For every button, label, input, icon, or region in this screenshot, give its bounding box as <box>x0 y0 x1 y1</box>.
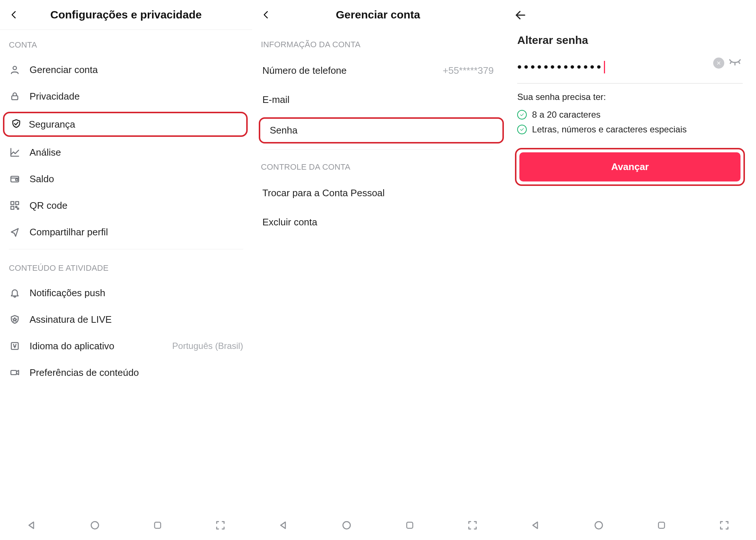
row-value: Português (Brasil) <box>172 341 243 351</box>
row-compartilhar[interactable]: Compartilhar perfil <box>0 219 252 245</box>
chart-icon <box>9 146 21 158</box>
header: Configurações e privacidade <box>0 0 252 30</box>
row-notificacoes[interactable]: Notificações push <box>0 280 252 306</box>
page-title: Configurações e privacidade <box>21 8 231 21</box>
row-label: Compartilhar perfil <box>30 226 243 238</box>
row-analise[interactable]: Análise <box>0 139 252 166</box>
svg-rect-25 <box>659 522 664 528</box>
svg-rect-5 <box>16 202 18 205</box>
wallet-icon <box>9 173 21 185</box>
pane-settings: Configurações e privacidade CONTA Gerenc… <box>0 0 252 540</box>
clear-input-icon[interactable] <box>713 58 724 69</box>
share-icon <box>9 226 21 238</box>
section-header-controle: CONTROLE DA CONTA <box>252 152 504 179</box>
row-label: Análise <box>30 147 243 158</box>
row-privacidade[interactable]: Privacidade <box>0 83 252 110</box>
android-nav-bar <box>504 512 756 540</box>
row-label: Assinatura de LIVE <box>30 314 243 325</box>
row-qrcode[interactable]: QR code <box>0 192 252 219</box>
back-arrow-icon[interactable] <box>504 0 756 23</box>
pane-manage-account: Gerenciar conta INFORMAÇÃO DA CONTA Núme… <box>252 0 504 540</box>
qr-icon <box>9 200 21 211</box>
password-masked-value: ••••••••••••• <box>517 60 603 74</box>
check-circle-icon <box>517 125 527 134</box>
nav-back-icon[interactable] <box>530 520 541 532</box>
svg-rect-4 <box>11 202 14 205</box>
row-gerenciar-conta[interactable]: Gerenciar conta <box>0 56 252 83</box>
row-value: +55*****379 <box>443 65 494 76</box>
svg-marker-14 <box>281 522 286 529</box>
requirement-text: Letras, números e caracteres especiais <box>532 124 687 135</box>
nav-recent-icon[interactable] <box>152 520 163 532</box>
nav-recent-icon[interactable] <box>656 520 667 532</box>
svg-point-0 <box>13 66 16 70</box>
divider <box>9 249 243 249</box>
row-label: QR code <box>30 200 243 211</box>
highlight-seguranca: Segurança <box>3 112 248 137</box>
svg-line-22 <box>739 62 740 63</box>
row-label: Preferências de conteúdo <box>30 367 243 378</box>
row-assinatura-live[interactable]: Assinatura de LIVE <box>0 306 252 333</box>
highlight-avancar: Avançar <box>515 148 745 186</box>
language-icon <box>9 340 21 352</box>
svg-rect-13 <box>155 522 161 528</box>
badge-shield-icon <box>9 314 21 325</box>
row-label: Excluir conta <box>262 217 494 228</box>
row-excluir-conta[interactable]: Excluir conta <box>252 208 504 237</box>
row-trocar-conta[interactable]: Trocar para a Conta Pessoal <box>252 179 504 208</box>
nav-back-icon[interactable] <box>26 520 37 532</box>
svg-rect-16 <box>406 522 412 528</box>
svg-rect-10 <box>11 370 17 375</box>
row-telefone[interactable]: Número de telefone +55*****379 <box>252 56 504 85</box>
video-icon <box>9 367 21 378</box>
row-idioma[interactable]: Idioma do aplicativo Português (Brasil) <box>0 333 252 359</box>
person-icon <box>9 64 21 76</box>
pane-change-password: Alterar senha ••••••••••••• Sua senha pr… <box>504 0 756 540</box>
back-chevron-icon[interactable] <box>259 7 274 22</box>
requirement-text: 8 a 20 caracteres <box>532 110 600 120</box>
svg-rect-3 <box>16 179 18 181</box>
svg-line-20 <box>730 62 731 63</box>
android-nav-bar <box>252 512 504 540</box>
header: Gerenciar conta <box>252 0 504 30</box>
row-label: Saldo <box>30 173 243 185</box>
svg-rect-1 <box>12 96 18 100</box>
svg-marker-11 <box>29 522 34 529</box>
svg-point-15 <box>343 522 350 529</box>
nav-home-icon[interactable] <box>89 520 100 532</box>
nav-home-icon[interactable] <box>593 520 604 532</box>
svg-point-24 <box>595 522 602 529</box>
section-header-conteudo: CONTEÚDO E ATIVIDADE <box>0 253 252 280</box>
nav-fullscreen-icon[interactable] <box>467 520 478 532</box>
nav-fullscreen-icon[interactable] <box>215 520 226 532</box>
svg-rect-7 <box>16 206 17 208</box>
password-requirements: Sua senha precisa ter: 8 a 20 caracteres… <box>504 84 756 141</box>
advance-button[interactable]: Avançar <box>519 152 740 181</box>
requirements-title: Sua senha precisa ter: <box>517 92 743 102</box>
nav-recent-icon[interactable] <box>405 520 415 532</box>
nav-back-icon[interactable] <box>278 520 289 532</box>
page-title: Alterar senha <box>504 23 756 54</box>
row-label: Idioma do aplicativo <box>30 340 164 352</box>
page-title: Gerenciar conta <box>274 8 483 21</box>
nav-home-icon[interactable] <box>341 520 352 532</box>
back-chevron-icon[interactable] <box>7 7 21 22</box>
row-label: Número de telefone <box>262 65 443 76</box>
row-label: Trocar para a Conta Pessoal <box>262 187 494 199</box>
row-saldo[interactable]: Saldo <box>0 166 252 192</box>
svg-marker-23 <box>533 522 537 529</box>
svg-point-12 <box>91 522 99 529</box>
section-header-info: INFORMAÇÃO DA CONTA <box>252 30 504 56</box>
android-nav-bar <box>0 512 252 540</box>
row-label[interactable]: Segurança <box>29 119 75 130</box>
row-preferencias[interactable]: Preferências de conteúdo <box>0 359 252 386</box>
password-input[interactable]: ••••••••••••• <box>517 54 743 84</box>
svg-rect-6 <box>11 206 14 209</box>
row-email[interactable]: E-mail <box>252 85 504 114</box>
requirement-row: Letras, números e caracteres especiais <box>517 122 743 137</box>
row-label[interactable]: Senha <box>270 125 298 136</box>
eye-closed-icon[interactable] <box>729 58 741 67</box>
nav-fullscreen-icon[interactable] <box>719 520 730 532</box>
lock-icon <box>9 90 21 102</box>
row-label: E-mail <box>262 94 494 105</box>
